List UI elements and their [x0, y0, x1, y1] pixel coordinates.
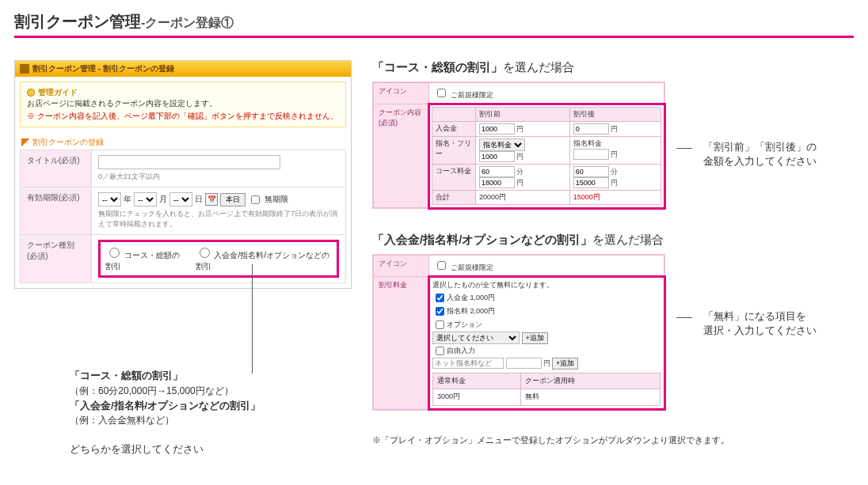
free-label-input[interactable]	[432, 358, 504, 369]
course-min-before[interactable]	[479, 166, 515, 177]
guide-line1: お店ページに掲載されるクーポン内容を設定します。	[27, 98, 339, 109]
case1-lab-content: クーポン内容(必須)	[374, 104, 429, 208]
case1-panel: アイコン ご新規様限定 クーポン内容(必須) 割引前	[372, 81, 665, 209]
case2-limit-label: ご新規様限定	[451, 263, 493, 271]
case1-lab-icon: アイコン	[374, 83, 429, 104]
sum-apply-h: クーポン適用時	[521, 373, 661, 389]
row-type-label: クーポン種別(必須)	[21, 235, 92, 283]
guide-box: 管理ガイド お店ページに掲載されるクーポン内容を設定します。 ※ クーポン内容を…	[20, 81, 346, 127]
connector-line	[676, 317, 692, 318]
type-radio-course[interactable]	[109, 248, 120, 258]
case1-limit-label: ご新規様限定	[451, 91, 493, 99]
noexpire-label: 無期限	[265, 194, 288, 205]
case2-sum-table: 通常料金 クーポン適用時 3000円 無料	[432, 373, 661, 406]
adm-after-input[interactable]	[573, 123, 609, 135]
noexpire-checkbox[interactable]	[251, 195, 260, 204]
month-unit: 月	[159, 194, 167, 205]
guide-title: 管理ガイド	[27, 87, 339, 98]
option-add-button[interactable]: +追加	[522, 332, 548, 344]
case2-options: 選択したものが全て無料になります。 入会金 1,000円 指名料 2,000円 …	[432, 280, 661, 406]
chk-nominate[interactable]	[436, 307, 444, 316]
type-radio-fee[interactable]	[200, 248, 210, 258]
left-annotation: 「コース・総額の割引」 （例：60分20,000円→15,000円など） 「入会…	[14, 368, 352, 457]
case1-limit-checkbox[interactable]	[437, 89, 446, 97]
col-before: 割引前	[476, 108, 570, 122]
annot-head2: 「入会金/指名料/オプションなどの割引」	[70, 398, 352, 414]
today-button[interactable]: 本日	[220, 193, 246, 207]
calendar-icon[interactable]: 📅	[205, 193, 218, 206]
case2-panel: アイコン ご新規様限定 割引料金 選択したものが全て無料になります。 入会金 1…	[372, 254, 665, 411]
course-yen-after[interactable]	[573, 177, 609, 188]
case2-note: 「無料」になる項目を 選択・入力してください	[703, 254, 854, 338]
page-title: 割引クーポン管理-クーポン登録①	[14, 11, 854, 38]
page-title-sub: -クーポン登録①	[141, 16, 234, 29]
sum-norm-v: 3000円	[433, 389, 521, 406]
case2-heading: 「入会金/指名料/オプションなどの割引」を選んだ場合	[372, 233, 854, 248]
chk-admission[interactable]	[436, 294, 444, 302]
free-price-input[interactable]	[506, 358, 542, 369]
type-option-1[interactable]: コース・総額の割引	[105, 245, 188, 272]
coupon-form-table: タイトル(必須) 0／最大21文字以内 有効期限(必須) -- 年 -- 月	[20, 150, 346, 283]
coupon-type-highlight: コース・総額の割引 入会金/指名料/オプションなどの割引	[98, 240, 339, 278]
admin-header: 割引クーポン管理 - 割引クーポンの登録	[15, 61, 351, 77]
nom-after-input[interactable]	[573, 149, 609, 160]
year-unit: 年	[124, 194, 131, 205]
row-course: コース料金	[432, 165, 476, 191]
bulb-icon	[27, 89, 35, 97]
annot-pick: どちらかを選択してください	[70, 441, 352, 457]
row-title-label: タイトル(必須)	[21, 150, 92, 188]
nominate-select[interactable]: 指名料金	[479, 138, 525, 151]
expire-day-select[interactable]: --	[169, 192, 192, 207]
expire-year-select[interactable]: --	[98, 192, 121, 207]
form-section-title: 割引クーポンの登録	[15, 132, 351, 150]
case2-footnote: ※「プレイ・オプション」メニューで登録したオプションがプルダウンより選択できます…	[372, 434, 854, 446]
case2-lead: 選択したものが全て無料になります。	[432, 280, 661, 291]
course-min-after[interactable]	[573, 166, 609, 177]
case2-lab-icon: アイコン	[374, 256, 429, 277]
expire-note: 無期限にチェックを入れると、お店ページ上で有効期限終了7日の表示が消えて常時掲載…	[98, 209, 339, 229]
title-counter: 0／最大21文字以内	[98, 172, 339, 182]
case1-price-table: 割引前 割引後 入会金 円 円 指名・フリー	[432, 107, 661, 205]
case2-limit-checkbox[interactable]	[437, 261, 446, 270]
annot-head1: 「コース・総額の割引」	[70, 368, 352, 384]
page-title-main: 割引クーポン管理	[14, 13, 141, 30]
admin-header-text: 割引クーポン管理 - 割引クーポンの登録	[32, 63, 174, 74]
free-add-button[interactable]: +追加	[552, 358, 578, 369]
total-after: 15000円	[569, 191, 661, 205]
case2-lab-content: 割引料金	[374, 277, 429, 410]
nom-after-label: 指名料金	[573, 139, 602, 147]
sum-apply-v: 無料	[521, 389, 661, 406]
case1-heading: 「コース・総額の割引」を選んだ場合	[372, 60, 854, 75]
coupon-title-input[interactable]	[98, 155, 280, 169]
chk-freeinput[interactable]	[436, 347, 444, 355]
expire-month-select[interactable]: --	[134, 192, 157, 207]
day-unit: 日	[195, 194, 203, 205]
pencil-icon	[21, 138, 29, 146]
adm-before-input[interactable]	[479, 123, 515, 135]
row-expire-label: 有効期限(必須)	[21, 188, 92, 235]
sum-norm-h: 通常料金	[433, 373, 521, 389]
option-select[interactable]: 選択してください	[432, 332, 520, 344]
course-yen-before[interactable]	[479, 177, 515, 188]
row-admission: 入会金	[432, 122, 476, 137]
chk-option[interactable]	[436, 320, 444, 329]
connector-line	[676, 148, 692, 149]
type-option-2[interactable]: 入会金/指名料/オプションなどの割引	[196, 245, 332, 272]
case1-note: 「割引前」「割引後」の 金額を入力してください	[703, 81, 854, 169]
total-before: 20000円	[476, 191, 570, 205]
annot-ex1: （例：60分20,000円→15,000円など）	[70, 384, 352, 398]
row-total: 合計	[432, 191, 476, 205]
nom-before-input[interactable]	[479, 151, 515, 162]
admin-panel: 割引クーポン管理 - 割引クーポンの登録 管理ガイド お店ページに掲載されるクー…	[14, 60, 352, 289]
guide-line2: ※ クーポン内容を記入後、ページ最下部の「確認」ボタンを押すまで反映されません。	[27, 111, 339, 122]
connector-line	[252, 264, 253, 373]
col-after: 割引後	[569, 108, 661, 122]
row-nominate: 指名・フリー	[432, 137, 476, 165]
annot-ex2: （例：入会金無料など）	[70, 413, 352, 427]
window-icon	[20, 64, 29, 74]
